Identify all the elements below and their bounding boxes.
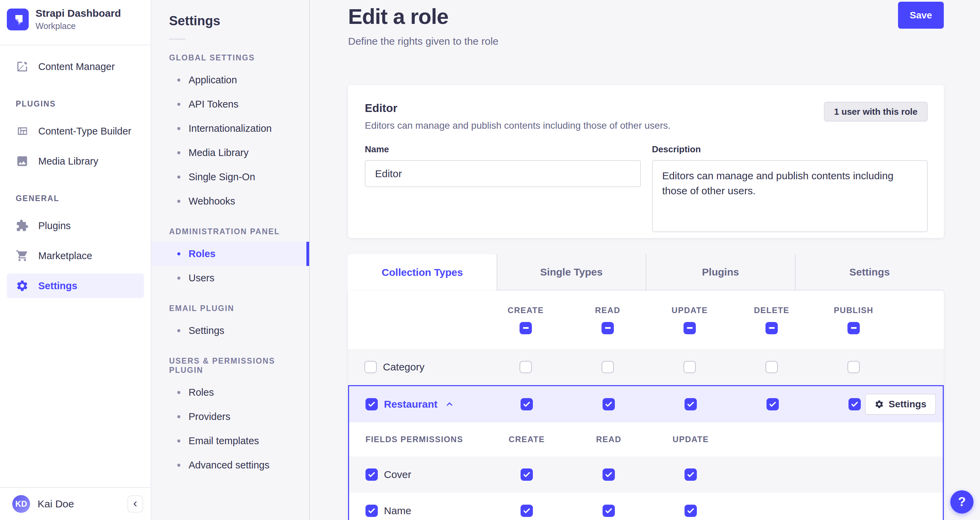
sidebar-item-content-manager[interactable]: Content Manager (7, 54, 144, 79)
description-textarea[interactable] (652, 160, 928, 232)
perm-cell (649, 361, 731, 373)
save-button[interactable]: Save (898, 2, 944, 29)
settings-item-label: Roles (189, 248, 216, 259)
field-checkbox-name[interactable] (366, 505, 378, 517)
perm-cell (650, 468, 732, 481)
sidebar-item-label: Content Manager (38, 61, 115, 72)
settings-sidebar-item-single-sign-on[interactable]: Single Sign-On (151, 165, 309, 189)
settings-sidebar-item-api-tokens[interactable]: API Tokens (151, 92, 309, 116)
settings-group-label-administration-panel: ADMINISTRATION PANEL (169, 227, 309, 236)
main-nav: Content ManagerPLUGINSContent-Type Build… (0, 54, 151, 304)
checkbox-restaurant-publish[interactable] (848, 398, 861, 410)
name-label: Name (365, 144, 641, 155)
settings-sidebar-item-application[interactable]: Application (151, 68, 309, 92)
permissions-body: CategoryRestaurantSettingsFIELDS PERMISS… (348, 349, 944, 520)
checkbox-restaurant-read[interactable] (603, 398, 615, 410)
expanded-row-section: RestaurantSettingsFIELDS PERMISSIONSCREA… (348, 385, 944, 520)
perm-cell (731, 361, 813, 373)
settings-item-label: Email templates (189, 435, 259, 447)
row-checkbox-category[interactable] (364, 361, 377, 373)
settings-item-label: Users (189, 272, 215, 284)
table-row-restaurant[interactable]: RestaurantSettings (349, 386, 943, 422)
row-label-cell: Cover (366, 468, 486, 481)
workspace-brand[interactable]: Strapi Dashboard Workplace (0, 0, 151, 45)
field-row-name[interactable]: Name (349, 493, 943, 520)
column-checkbox-delete[interactable] (765, 322, 778, 334)
checkbox-category-update[interactable] (684, 361, 696, 373)
tab-collection-types[interactable]: Collection Types (348, 254, 497, 291)
users-count-badge[interactable]: 1 user with this role (824, 102, 928, 122)
settings-sidebar-item-users[interactable]: Users (151, 266, 309, 290)
settings-sidebar-item-roles[interactable]: Roles (151, 380, 309, 405)
settings-item-label: Internationalization (189, 123, 272, 134)
avatar[interactable]: KD (12, 495, 30, 513)
settings-icon (16, 279, 29, 292)
settings-item-label: Settings (189, 325, 224, 336)
settings-sidebar-item-advanced-settings[interactable]: Advanced settings (151, 453, 309, 477)
settings-item-label: Providers (189, 411, 231, 422)
row-label: Category (383, 361, 425, 373)
sidebar-item-content-type-builder[interactable]: Content-Type Builder (7, 119, 144, 143)
row-label-cell: Category (364, 361, 485, 373)
sidebar-item-settings[interactable]: Settings (7, 274, 144, 298)
settings-sidebar-item-internationalization[interactable]: Internationalization (151, 116, 309, 141)
checkbox-name-update[interactable] (684, 505, 697, 517)
tab-settings[interactable]: Settings (795, 254, 944, 291)
checkbox-category-delete[interactable] (765, 361, 778, 373)
sidebar-item-media-library[interactable]: Media Library (7, 149, 144, 173)
collapse-sidebar-button[interactable] (127, 495, 143, 512)
column-checkbox-update[interactable] (684, 322, 696, 334)
sidebar-section-label-general: GENERAL (16, 194, 151, 203)
perm-cell (485, 361, 567, 373)
row-settings-button[interactable]: Settings (865, 394, 936, 415)
checkbox-category-publish[interactable] (848, 361, 860, 373)
name-input[interactable] (365, 160, 641, 187)
settings-sidebar-item-settings[interactable]: Settings (151, 318, 309, 343)
settings-sidebar-item-roles[interactable]: Roles (151, 242, 309, 266)
sidebar-item-plugins[interactable]: Plugins (7, 213, 144, 238)
settings-sidebar-item-webhooks[interactable]: Webhooks (151, 189, 309, 213)
bullet-icon (177, 391, 180, 394)
field-row-cover[interactable]: Cover (349, 456, 943, 493)
perm-cell (650, 398, 732, 410)
perm-cell (650, 505, 732, 517)
checkbox-category-create[interactable] (520, 361, 532, 373)
settings-sidebar-item-email-templates[interactable]: Email templates (151, 429, 309, 453)
column-checkbox-publish[interactable] (848, 322, 860, 334)
fields-column-label: UPDATE (673, 435, 709, 444)
settings-item-label: Media Library (189, 147, 249, 158)
checkbox-restaurant-create[interactable] (520, 398, 533, 410)
help-button[interactable]: ? (950, 490, 974, 514)
sidebar-item-label: Settings (38, 280, 77, 292)
column-checkbox-read[interactable] (601, 322, 614, 334)
tab-plugins[interactable]: Plugins (646, 254, 795, 291)
checkbox-restaurant-update[interactable] (684, 398, 697, 410)
role-title: Editor (365, 102, 671, 115)
sidebar-item-marketplace[interactable]: Marketplace (7, 243, 144, 268)
settings-group-label-email-plugin: EMAIL PLUGIN (169, 304, 309, 313)
settings-item-label: Application (189, 75, 237, 86)
table-row-category[interactable]: Category (348, 349, 944, 385)
column-checkbox-create[interactable] (520, 322, 532, 334)
checkbox-category-read[interactable] (601, 361, 614, 373)
row-label: Restaurant (384, 398, 438, 410)
checkbox-cover-read[interactable] (603, 468, 615, 481)
field-checkbox-cover[interactable] (366, 468, 378, 481)
checkbox-cover-create[interactable] (520, 468, 533, 481)
row-checkbox-restaurant[interactable] (366, 398, 378, 410)
bullet-icon (177, 252, 180, 255)
chevron-left-icon (131, 500, 139, 508)
checkbox-restaurant-delete[interactable] (767, 398, 779, 410)
settings-sidebar-item-providers[interactable]: Providers (151, 405, 309, 429)
chevron-up-icon (445, 400, 454, 409)
settings-item-label: Webhooks (189, 196, 235, 207)
settings-sidebar-item-media-library[interactable]: Media Library (151, 141, 309, 165)
bullet-icon (177, 415, 180, 418)
checkbox-cover-update[interactable] (684, 468, 697, 481)
tab-single-types[interactable]: Single Types (497, 254, 646, 291)
settings-item-label: API Tokens (189, 99, 239, 110)
main-sidebar: Strapi Dashboard Workplace Content Manag… (0, 0, 151, 520)
checkbox-name-read[interactable] (603, 505, 615, 517)
perm-column-create: CREATE (485, 305, 567, 334)
checkbox-name-create[interactable] (520, 505, 533, 517)
